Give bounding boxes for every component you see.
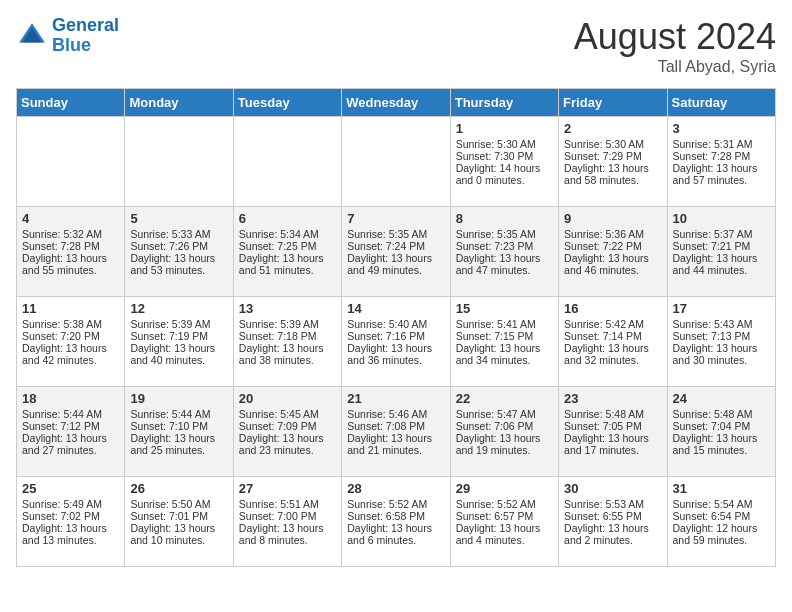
day-info-line: and 53 minutes. <box>130 264 227 276</box>
day-number: 15 <box>456 301 553 316</box>
day-number: 1 <box>456 121 553 136</box>
day-info-line: Sunset: 7:26 PM <box>130 240 227 252</box>
day-info-line: Sunset: 7:08 PM <box>347 420 444 432</box>
day-info-line: Sunset: 6:55 PM <box>564 510 661 522</box>
calendar-cell: 20Sunrise: 5:45 AMSunset: 7:09 PMDayligh… <box>233 387 341 477</box>
day-info-line: Daylight: 13 hours <box>564 342 661 354</box>
day-number: 9 <box>564 211 661 226</box>
day-info-line: Daylight: 13 hours <box>673 162 770 174</box>
day-info-line: Sunrise: 5:30 AM <box>564 138 661 150</box>
day-info-line: Daylight: 13 hours <box>22 252 119 264</box>
day-info-line: and 10 minutes. <box>130 534 227 546</box>
calendar-cell: 9Sunrise: 5:36 AMSunset: 7:22 PMDaylight… <box>559 207 667 297</box>
logo-icon <box>16 20 48 52</box>
logo-line1: General <box>52 15 119 35</box>
day-info-line: and 34 minutes. <box>456 354 553 366</box>
day-info-line: Daylight: 13 hours <box>130 432 227 444</box>
logo: General Blue <box>16 16 119 56</box>
day-info-line: and 55 minutes. <box>22 264 119 276</box>
day-number: 11 <box>22 301 119 316</box>
day-number: 24 <box>673 391 770 406</box>
day-info-line: Sunset: 7:15 PM <box>456 330 553 342</box>
month-year: August 2024 <box>574 16 776 58</box>
day-info-line: Daylight: 13 hours <box>22 522 119 534</box>
calendar-cell: 13Sunrise: 5:39 AMSunset: 7:18 PMDayligh… <box>233 297 341 387</box>
calendar-table: SundayMondayTuesdayWednesdayThursdayFrid… <box>16 88 776 567</box>
day-info-line: Daylight: 13 hours <box>347 522 444 534</box>
calendar-cell: 7Sunrise: 5:35 AMSunset: 7:24 PMDaylight… <box>342 207 450 297</box>
day-info-line: Sunset: 7:13 PM <box>673 330 770 342</box>
day-info-line: Sunset: 7:18 PM <box>239 330 336 342</box>
day-info-line: and 8 minutes. <box>239 534 336 546</box>
calendar-cell: 14Sunrise: 5:40 AMSunset: 7:16 PMDayligh… <box>342 297 450 387</box>
day-info-line: Sunset: 7:28 PM <box>673 150 770 162</box>
day-info-line: Sunrise: 5:48 AM <box>564 408 661 420</box>
day-info-line: Sunset: 7:20 PM <box>22 330 119 342</box>
day-info-line: Sunrise: 5:30 AM <box>456 138 553 150</box>
day-info-line: Daylight: 13 hours <box>456 252 553 264</box>
day-info-line: Sunrise: 5:50 AM <box>130 498 227 510</box>
page-header: General Blue August 2024 Tall Abyad, Syr… <box>16 16 776 76</box>
day-info-line: Daylight: 13 hours <box>239 522 336 534</box>
calendar-cell <box>342 117 450 207</box>
calendar-cell: 3Sunrise: 5:31 AMSunset: 7:28 PMDaylight… <box>667 117 775 207</box>
day-info-line: Sunrise: 5:44 AM <box>22 408 119 420</box>
day-info-line: Daylight: 13 hours <box>347 252 444 264</box>
day-number: 4 <box>22 211 119 226</box>
day-info-line: Daylight: 13 hours <box>130 252 227 264</box>
day-info-line: Daylight: 13 hours <box>564 432 661 444</box>
day-info-line: and 46 minutes. <box>564 264 661 276</box>
calendar-cell: 19Sunrise: 5:44 AMSunset: 7:10 PMDayligh… <box>125 387 233 477</box>
day-number: 10 <box>673 211 770 226</box>
day-info-line: Sunrise: 5:35 AM <box>347 228 444 240</box>
day-info-line: Sunrise: 5:43 AM <box>673 318 770 330</box>
calendar-cell: 16Sunrise: 5:42 AMSunset: 7:14 PMDayligh… <box>559 297 667 387</box>
day-number: 2 <box>564 121 661 136</box>
day-info-line: Sunrise: 5:39 AM <box>130 318 227 330</box>
day-info-line: Sunset: 7:19 PM <box>130 330 227 342</box>
day-info-line: Sunset: 7:23 PM <box>456 240 553 252</box>
day-info-line: Sunset: 6:57 PM <box>456 510 553 522</box>
day-info-line: Sunset: 7:01 PM <box>130 510 227 522</box>
day-info-line: Sunrise: 5:40 AM <box>347 318 444 330</box>
day-info-line: and 51 minutes. <box>239 264 336 276</box>
calendar-cell: 8Sunrise: 5:35 AMSunset: 7:23 PMDaylight… <box>450 207 558 297</box>
day-info-line: and 49 minutes. <box>347 264 444 276</box>
day-header-monday: Monday <box>125 89 233 117</box>
day-header-tuesday: Tuesday <box>233 89 341 117</box>
day-number: 18 <box>22 391 119 406</box>
day-info-line: Daylight: 13 hours <box>564 522 661 534</box>
day-info-line: and 42 minutes. <box>22 354 119 366</box>
day-info-line: Daylight: 13 hours <box>673 252 770 264</box>
day-info-line: Sunrise: 5:36 AM <box>564 228 661 240</box>
day-number: 26 <box>130 481 227 496</box>
day-info-line: Sunrise: 5:41 AM <box>456 318 553 330</box>
day-info-line: Daylight: 13 hours <box>564 162 661 174</box>
calendar-cell: 6Sunrise: 5:34 AMSunset: 7:25 PMDaylight… <box>233 207 341 297</box>
day-info-line: and 0 minutes. <box>456 174 553 186</box>
day-info-line: Daylight: 13 hours <box>673 432 770 444</box>
calendar-cell: 11Sunrise: 5:38 AMSunset: 7:20 PMDayligh… <box>17 297 125 387</box>
day-info-line: Sunrise: 5:33 AM <box>130 228 227 240</box>
day-number: 12 <box>130 301 227 316</box>
day-info-line: Daylight: 13 hours <box>130 342 227 354</box>
day-number: 29 <box>456 481 553 496</box>
calendar-cell: 18Sunrise: 5:44 AMSunset: 7:12 PMDayligh… <box>17 387 125 477</box>
day-info-line: and 15 minutes. <box>673 444 770 456</box>
day-header-sunday: Sunday <box>17 89 125 117</box>
day-info-line: and 59 minutes. <box>673 534 770 546</box>
day-info-line: and 2 minutes. <box>564 534 661 546</box>
calendar-cell <box>17 117 125 207</box>
day-info-line: Daylight: 13 hours <box>456 432 553 444</box>
day-info-line: Sunset: 6:54 PM <box>673 510 770 522</box>
day-info-line: Sunrise: 5:38 AM <box>22 318 119 330</box>
day-info-line: and 13 minutes. <box>22 534 119 546</box>
day-info-line: Sunrise: 5:53 AM <box>564 498 661 510</box>
day-number: 3 <box>673 121 770 136</box>
day-info-line: and 44 minutes. <box>673 264 770 276</box>
day-info-line: and 30 minutes. <box>673 354 770 366</box>
day-info-line: and 25 minutes. <box>130 444 227 456</box>
day-number: 23 <box>564 391 661 406</box>
day-number: 19 <box>130 391 227 406</box>
day-info-line: and 6 minutes. <box>347 534 444 546</box>
